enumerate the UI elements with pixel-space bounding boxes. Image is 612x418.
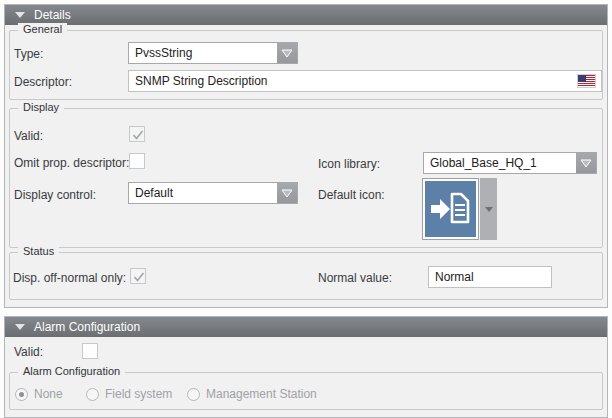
radio-none-label: None: [34, 387, 63, 401]
display-valid-checkbox[interactable]: [129, 126, 145, 142]
off-normal-checkbox[interactable]: [130, 268, 146, 284]
omit-descriptor-checkbox[interactable]: [129, 153, 145, 169]
radio-field-system-label: Field system: [105, 387, 172, 401]
details-panel: Details General Type: PvssString Descrip…: [4, 4, 608, 308]
normal-value-label: Normal value:: [318, 271, 392, 285]
icon-library-label: Icon library:: [318, 157, 380, 171]
type-dropdown-arrow-icon[interactable]: [277, 43, 297, 63]
descriptor-input-wrap: [128, 70, 602, 92]
default-icon-dropdown-strip[interactable]: [480, 178, 497, 240]
alarm-title: Alarm Configuration: [34, 320, 140, 334]
radio-management-station-label: Management Station: [206, 387, 317, 401]
icon-library-dropdown[interactable]: Global_Base_HQ_1: [423, 152, 597, 174]
default-icon-label: Default icon:: [318, 188, 385, 202]
alarm-valid-checkbox[interactable]: [82, 343, 98, 359]
type-dropdown[interactable]: PvssString: [128, 42, 298, 64]
alarm-configuration-panel: Alarm Configuration Valid: Alarm Configu…: [4, 316, 608, 418]
icon-library-value: Global_Base_HQ_1: [430, 156, 537, 170]
us-flag-icon: [578, 75, 595, 87]
status-legend: Status: [18, 245, 59, 257]
collapse-triangle-icon: [15, 12, 25, 18]
default-icon-dropdown-arrow-icon: [485, 207, 493, 212]
radio-management-station-circle-icon: [187, 388, 200, 401]
display-control-value: Default: [135, 186, 173, 200]
descriptor-label: Descriptor:: [14, 75, 72, 89]
collapse-triangle-icon: [15, 324, 25, 330]
radio-field-system[interactable]: Field system: [86, 387, 172, 401]
display-control-dropdown[interactable]: Default: [128, 182, 298, 204]
type-label: Type:: [14, 47, 43, 61]
details-title: Details: [34, 8, 71, 22]
descriptor-input[interactable]: [129, 71, 601, 91]
default-icon-button[interactable]: [422, 178, 479, 240]
icon-library-dropdown-arrow-icon[interactable]: [576, 153, 596, 173]
details-header[interactable]: Details: [5, 5, 607, 25]
alarm-config-legend: Alarm Configuration: [18, 365, 125, 377]
display-control-dropdown-arrow-icon[interactable]: [277, 183, 297, 203]
normal-value-input-wrap: [428, 266, 552, 288]
general-legend: General: [18, 23, 67, 35]
display-valid-label: Valid:: [14, 129, 43, 143]
radio-none[interactable]: None: [15, 387, 63, 401]
arrow-to-document-icon: [425, 181, 476, 237]
display-control-label: Display control:: [14, 188, 96, 202]
alarm-header[interactable]: Alarm Configuration: [5, 317, 607, 337]
type-value: PvssString: [135, 46, 192, 60]
radio-field-system-circle-icon: [86, 388, 99, 401]
display-legend: Display: [18, 101, 64, 113]
radio-none-circle-icon: [15, 388, 28, 401]
display-group: Display: [9, 108, 603, 248]
omit-descriptor-label: Omit prop. descriptor:: [14, 156, 129, 170]
off-normal-label: Disp. off-normal only:: [13, 271, 126, 285]
alarm-valid-label: Valid:: [14, 345, 43, 359]
normal-value-input[interactable]: [429, 267, 551, 287]
radio-management-station[interactable]: Management Station: [187, 387, 317, 401]
